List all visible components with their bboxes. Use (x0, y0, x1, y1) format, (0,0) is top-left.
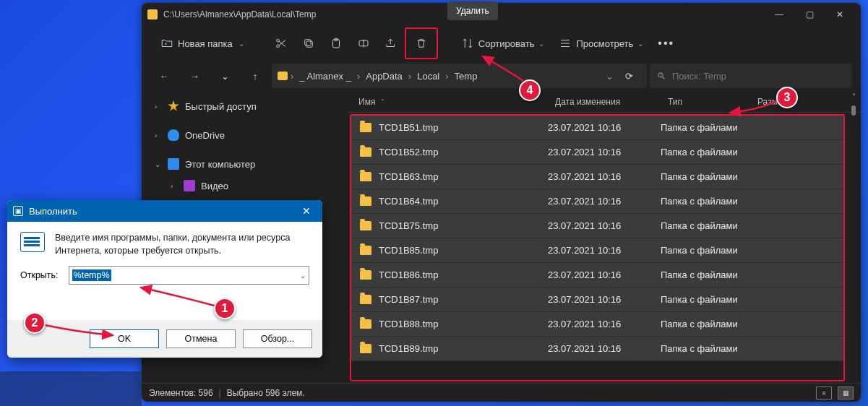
sidebar-item-onedrive[interactable]: › OneDrive (142, 124, 348, 146)
address-bar[interactable]: › _ Almanex _ › AppData › Local › Temp ⌄… (272, 64, 647, 88)
file-row[interactable]: TCD1B51.tmp23.07.2021 10:16Папка с файла… (351, 116, 843, 140)
file-rows-container: TCD1B51.tmp23.07.2021 10:16Папка с файла… (350, 114, 845, 381)
crumb[interactable]: Temp (452, 71, 481, 82)
folder-icon (360, 344, 371, 353)
new-folder-icon (160, 37, 173, 50)
run-title-label: Выполнить (29, 206, 77, 217)
svg-rect-2 (306, 41, 312, 47)
file-name: TCD1B64.tmp (379, 196, 438, 207)
crumb[interactable]: _ Almanex _ (296, 71, 354, 82)
file-type: Папка с файлами (661, 319, 750, 329)
run-cancel-button[interactable]: Отмена (166, 329, 236, 348)
pc-icon (168, 158, 179, 170)
crumb[interactable]: AppData (363, 71, 405, 82)
view-button[interactable]: Просмотреть ⌄ (551, 30, 650, 56)
run-close-button[interactable]: ✕ (296, 205, 317, 217)
file-date: 23.07.2021 10:16 (548, 196, 661, 207)
run-browse-button[interactable]: Обзор... (243, 329, 312, 348)
run-button-row: OK Отмена Обзор... (7, 320, 322, 358)
scroll-thumb[interactable] (851, 105, 856, 116)
file-date: 23.07.2021 10:16 (548, 171, 661, 182)
maximize-button[interactable]: ▢ (794, 3, 825, 26)
search-placeholder: Поиск: Temp (672, 71, 726, 82)
run-input-value: %temp% (72, 269, 111, 281)
refresh-button[interactable]: ⟳ (616, 71, 641, 82)
delete-tooltip: Удалить (447, 1, 498, 20)
delete-button[interactable] (408, 30, 435, 56)
file-row[interactable]: TCD1B63.tmp23.07.2021 10:16Папка с файла… (351, 165, 843, 189)
file-type: Папка с файлами (661, 220, 750, 231)
sidebar-item-thispc[interactable]: ⌄ Этот компьютер (142, 153, 348, 175)
new-folder-button[interactable]: Новая папка ⌄ (153, 30, 252, 56)
col-header-date[interactable]: Дата изменения (555, 97, 668, 107)
file-row[interactable]: TCD1B85.tmp23.07.2021 10:16Папка с файла… (351, 238, 843, 263)
addr-history-button[interactable]: ⌄ (606, 71, 614, 82)
window-title: C:\Users\Almanex\AppData\Local\Temp (163, 9, 316, 20)
up-button[interactable]: ↑ (241, 64, 269, 88)
sort-asc-icon: ˄ (381, 98, 384, 105)
file-type: Папка с файлами (661, 196, 750, 207)
sort-button[interactable]: Сортировать ⌄ (454, 30, 552, 56)
share-button[interactable] (377, 30, 405, 56)
cut-button[interactable] (267, 30, 295, 56)
more-button[interactable]: ••• (650, 30, 682, 56)
file-row[interactable]: TCD1B75.tmp23.07.2021 10:16Папка с файла… (351, 214, 843, 238)
recent-button[interactable]: ⌄ (211, 64, 239, 88)
chevron-right-icon: › (291, 71, 293, 82)
sort-icon (461, 37, 474, 50)
status-bar: Элементов: 596 | Выбрано 596 элем. ≡ ▦ (142, 383, 861, 402)
run-titlebar: ▣ Выполнить ✕ (7, 200, 322, 222)
file-date: 23.07.2021 10:16 (548, 220, 661, 231)
file-row[interactable]: TCD1B87.tmp23.07.2021 10:16Папка с файла… (351, 288, 843, 312)
file-type: Папка с файлами (661, 171, 750, 182)
chevron-down-icon: ⌄ (538, 40, 544, 48)
file-row[interactable]: TCD1B89.tmp23.07.2021 10:16Папка с файла… (351, 337, 843, 361)
file-row[interactable]: TCD1B64.tmp23.07.2021 10:16Папка с файла… (351, 189, 843, 214)
file-name: TCD1B88.tmp (379, 319, 438, 329)
col-header-type[interactable]: Тип (668, 97, 757, 107)
run-input[interactable]: %temp% ⌄ (69, 266, 309, 285)
paste-button[interactable] (322, 30, 350, 56)
new-folder-label: Новая папка (178, 38, 233, 49)
file-row[interactable]: TCD1B86.tmp23.07.2021 10:16Папка с файла… (351, 263, 843, 288)
folder-icon (360, 196, 371, 206)
run-logo-icon (20, 232, 45, 252)
file-row[interactable]: TCD1B52.tmp23.07.2021 10:16Папка с файла… (351, 140, 843, 165)
copy-icon (302, 37, 315, 50)
share-icon (384, 37, 398, 50)
sidebar-item-quick[interactable]: › Быстрый доступ (142, 95, 348, 117)
nav-row: ← → ⌄ ↑ › _ Almanex _ › AppData › Local … (142, 61, 861, 91)
chevron-right-icon: › (445, 71, 448, 82)
minimize-button[interactable]: — (764, 3, 794, 26)
forward-button[interactable]: → (181, 64, 208, 88)
file-type: Папка с файлами (661, 294, 750, 305)
annotation-badge-1: 1 (214, 298, 236, 319)
sidebar-item-video[interactable]: › Видео (142, 175, 348, 196)
file-name: TCD1B75.tmp (379, 220, 438, 231)
vertical-scrollbar[interactable]: ˄ (849, 92, 858, 361)
cloud-icon (168, 129, 179, 141)
view-details-button[interactable]: ≡ (816, 386, 832, 399)
file-date: 23.07.2021 10:16 (548, 245, 661, 256)
file-type: Папка с файлами (661, 245, 750, 256)
run-open-label: Открыть: (20, 270, 59, 280)
folder-icon (360, 319, 371, 329)
file-name: TCD1B86.tmp (379, 269, 438, 280)
file-row[interactable]: TCD1B88.tmp23.07.2021 10:16Папка с файла… (351, 312, 843, 337)
run-ok-button[interactable]: OK (90, 329, 159, 348)
rename-icon (357, 37, 370, 50)
view-thumbs-button[interactable]: ▦ (838, 386, 854, 399)
crumb[interactable]: Local (414, 71, 442, 82)
search-box[interactable]: 🔍︎ Поиск: Temp (650, 64, 852, 88)
file-list-area: Имя ˄ Дата изменения Тип Размер TCD1B51.… (348, 91, 861, 383)
sort-label: Сортировать (478, 38, 535, 49)
file-date: 23.07.2021 10:16 (548, 147, 661, 157)
rename-button[interactable] (350, 30, 377, 56)
copy-button[interactable] (295, 30, 322, 56)
col-header-label: Тип (668, 97, 682, 107)
back-button[interactable]: ← (150, 64, 178, 88)
file-name: TCD1B51.tmp (379, 122, 438, 133)
chevron-down-icon: ⌄ (637, 40, 643, 48)
taskbar (0, 371, 142, 406)
close-button[interactable]: ✕ (825, 3, 855, 26)
